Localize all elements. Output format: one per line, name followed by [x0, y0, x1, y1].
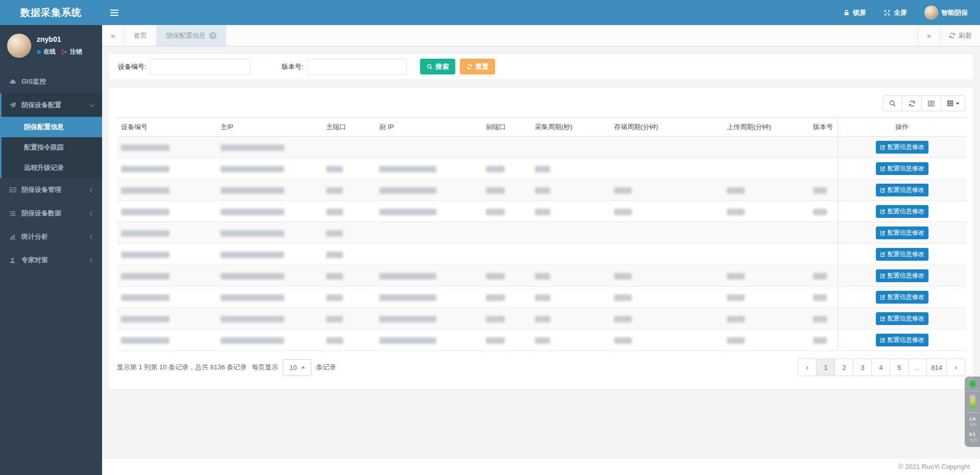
- net-monitor-widget[interactable]: 1.0 ↑K/s 0.1 ↓K/s: [965, 377, 980, 447]
- sidebar-item-device-config[interactable]: 阴保设备配置: [2, 93, 102, 117]
- edit-config-button[interactable]: 配置信息修改: [876, 248, 928, 261]
- online-status-label: 在线: [43, 47, 56, 56]
- toolbar-toggle-view-button[interactable]: [921, 95, 941, 111]
- edit-icon: [880, 316, 886, 321]
- sidebar-toggle-button[interactable]: [102, 0, 127, 25]
- page-button[interactable]: 814: [926, 359, 947, 376]
- page-button[interactable]: 4: [871, 359, 890, 376]
- status-dot-icon: [969, 381, 976, 387]
- col-upload-period: 上传周期(分钟): [723, 118, 809, 137]
- table-header-row: 设备编号 主IP 主端口 副 IP 副端口 采集周期(秒) 存储周期(分钟) 上…: [117, 118, 966, 137]
- lock-icon: [843, 9, 850, 16]
- toolbar-columns-button[interactable]: [941, 95, 965, 111]
- toolbar-search-button[interactable]: [883, 95, 902, 111]
- device-no-label: 设备编号:: [118, 62, 146, 71]
- tabs-scroll-right-button[interactable]: »: [918, 25, 940, 46]
- sidebar: znyb01 在线 注销 GIS监控 阴保设备配置: [0, 25, 102, 475]
- pager: ‹12345...814›: [798, 359, 965, 376]
- hamburger-icon: [110, 8, 118, 17]
- version-input[interactable]: [307, 59, 407, 74]
- edit-config-button[interactable]: 配置信息修改: [876, 141, 928, 154]
- tab-refresh-button[interactable]: 刷新: [940, 25, 980, 46]
- footer: © 2021 RuoYi Copyright: [102, 458, 980, 475]
- grid-icon: [947, 100, 953, 107]
- download-speed: 0.1 ↓K/s: [968, 432, 977, 443]
- cloud-icon: [8, 78, 17, 85]
- device-no-input[interactable]: [150, 59, 250, 74]
- page-button[interactable]: 2: [835, 359, 853, 376]
- edit-config-button[interactable]: 配置信息修改: [876, 205, 928, 218]
- edit-icon: [880, 209, 886, 214]
- col-main-port: 主端口: [322, 118, 375, 137]
- pagination-info: 显示第 1 到第 10 条记录，总共 8136 条记录: [117, 363, 247, 372]
- page-button[interactable]: 3: [853, 359, 872, 376]
- edit-icon: [880, 144, 886, 150]
- tabs-scroll-left-button[interactable]: «: [102, 25, 125, 46]
- edit-icon: [880, 294, 886, 300]
- page-button[interactable]: 5: [890, 359, 909, 376]
- sidebar-item-config-info[interactable]: 阴保配置信息: [2, 117, 102, 137]
- fullscreen-button[interactable]: 全屏: [884, 8, 907, 17]
- edit-icon: [880, 187, 886, 193]
- table-row: 配置信息修改: [117, 265, 966, 287]
- id-card-icon: [8, 186, 17, 193]
- edit-config-button[interactable]: 配置信息修改: [876, 312, 928, 325]
- sidebar-item-upgrade-record[interactable]: 远程升级记录: [2, 158, 102, 178]
- edit-config-button[interactable]: 配置信息修改: [876, 334, 928, 346]
- page-prev-button[interactable]: ‹: [798, 359, 817, 376]
- tab-config-info[interactable]: 阴保配置信息 ×: [157, 25, 226, 46]
- page-button[interactable]: 1: [816, 359, 835, 376]
- tab-close-icon[interactable]: ×: [209, 32, 216, 39]
- table-panel: 设备编号 主IP 主端口 副 IP 副端口 采集周期(秒) 存储周期(分钟) 上…: [108, 87, 974, 390]
- version-label: 版本号:: [282, 62, 304, 71]
- sidebar-item-expert-strategy[interactable]: 专家对策: [0, 248, 102, 272]
- copyright-text: © 2021 RuoYi Copyright: [898, 463, 970, 470]
- page-next-button[interactable]: ›: [946, 359, 965, 376]
- col-collect-period: 采集周期(秒): [531, 118, 610, 137]
- toolbar-refresh-button[interactable]: [902, 95, 922, 111]
- chevron-left-icon: [90, 258, 95, 263]
- double-chevron-right-icon: »: [927, 31, 931, 40]
- col-sub-ip: 副 IP: [375, 118, 482, 137]
- sidebar-menu: GIS监控 阴保设备配置 阴保配置信息 配置指令跟踪 远程升级记录: [0, 70, 102, 272]
- user-icon: [8, 257, 17, 264]
- gauge-capsule-icon: [970, 395, 975, 409]
- table-row: 配置信息修改: [117, 287, 966, 308]
- user-menu[interactable]: 智能阴保: [924, 6, 968, 19]
- search-button[interactable]: 搜索: [420, 59, 455, 74]
- edit-config-button[interactable]: 配置信息修改: [876, 291, 928, 304]
- sidebar-group-device-config: 阴保设备配置 阴保配置信息 配置指令跟踪 远程升级记录: [0, 93, 102, 178]
- list-alt-icon: [927, 100, 935, 107]
- page-size-select[interactable]: 10: [283, 359, 311, 376]
- table-row: 配置信息修改: [117, 180, 966, 201]
- edit-icon: [880, 337, 886, 343]
- edit-config-button[interactable]: 配置信息修改: [876, 269, 928, 282]
- caret-up-icon: [301, 366, 305, 368]
- bar-chart-icon: [8, 234, 17, 240]
- table-row: 配置信息修改: [117, 201, 966, 222]
- double-chevron-left-icon: «: [111, 31, 115, 40]
- main-area: « 首页 阴保配置信息 × » 刷新 设备编号: 版本号:: [102, 0, 980, 475]
- page-content: 设备编号: 版本号: 搜索 重置: [102, 46, 980, 458]
- sidebar-item-device-data[interactable]: 阴保设备数据: [0, 202, 102, 225]
- edit-config-button[interactable]: 配置信息修改: [876, 227, 928, 239]
- edit-config-button[interactable]: 配置信息修改: [876, 184, 928, 196]
- tab-home[interactable]: 首页: [125, 25, 157, 46]
- edit-icon: [880, 273, 886, 279]
- sidebar-item-gis-monitor[interactable]: GIS监控: [0, 70, 102, 93]
- reset-button[interactable]: 重置: [460, 59, 495, 74]
- caret-down-icon: [955, 103, 960, 105]
- table-row: 配置信息修改: [117, 244, 966, 265]
- sidebar-item-statistics[interactable]: 统计分析: [0, 225, 102, 248]
- sidebar-item-device-manage[interactable]: 阴保设备管理: [0, 178, 102, 202]
- send-icon: [8, 102, 17, 109]
- lock-screen-button[interactable]: 锁屏: [843, 8, 866, 17]
- header-actions: 锁屏 全屏 智能阴保: [843, 0, 980, 25]
- sidebar-item-command-trace[interactable]: 配置指令跟踪: [2, 137, 102, 158]
- fullscreen-icon: [884, 9, 891, 16]
- chevron-left-icon: [90, 211, 95, 216]
- sign-out-icon: [61, 49, 67, 55]
- search-panel: 设备编号: 版本号: 搜索 重置: [108, 53, 974, 80]
- logout-link[interactable]: 注销: [70, 47, 82, 56]
- edit-config-button[interactable]: 配置信息修改: [876, 162, 928, 175]
